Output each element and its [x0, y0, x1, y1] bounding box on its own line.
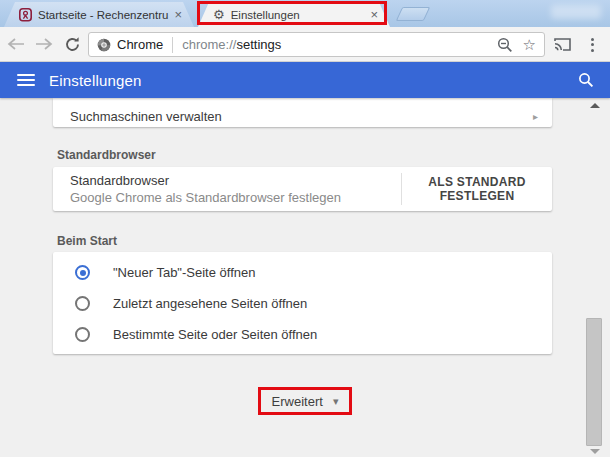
startup-option-new-tab[interactable]: "Neuer Tab"-Seite öffnen [53, 257, 552, 288]
scroll-down-arrow-icon[interactable] [590, 449, 600, 454]
tab-title: Startseite - Rechenzentru [38, 9, 170, 21]
radio-button[interactable] [75, 296, 90, 311]
tab-close-icon[interactable]: × [370, 8, 378, 21]
origin-chip: Chrome [117, 37, 163, 52]
row-label: Suchmaschinen verwalten [70, 109, 533, 124]
url-path: settings [236, 37, 281, 52]
advanced-button[interactable]: Erweitert ▾ [258, 387, 352, 415]
blurred-area [551, 5, 601, 19]
new-tab-button[interactable] [396, 7, 431, 21]
section-label-on-startup: Beim Start [57, 234, 117, 248]
set-as-default-button[interactable]: ALS STANDARD FESTLEGEN [402, 167, 552, 211]
tab-startseite[interactable]: Startseite - Rechenzentru × [4, 2, 194, 27]
scrollbar-thumb[interactable] [586, 318, 602, 446]
address-bar[interactable]: Chrome chrome://settings ☆ [88, 32, 545, 57]
tab-title: Einstellungen [231, 9, 367, 21]
browser-toolbar: Chrome chrome://settings ☆ [0, 27, 610, 62]
on-startup-card: "Neuer Tab"-Seite öffnen Zuletzt angeseh… [53, 252, 552, 354]
back-arrow-icon [7, 38, 25, 50]
scroll-up-arrow-icon[interactable] [590, 103, 600, 108]
hamburger-menu-icon[interactable] [17, 74, 35, 86]
radio-button[interactable] [75, 327, 90, 342]
tab-close-icon[interactable]: × [174, 8, 182, 21]
row-subtitle: Google Chrome als Standardbrowser festle… [70, 190, 401, 205]
settings-title: Einstellungen [49, 72, 142, 89]
university-crest-favicon [19, 8, 32, 22]
default-browser-card: Standardbrowser Google Chrome als Standa… [53, 167, 552, 211]
reload-button[interactable] [60, 32, 84, 56]
menu-kebab-icon[interactable] [582, 38, 602, 52]
radio-label: Zuletzt angesehene Seiten öffnen [113, 296, 307, 311]
search-icon[interactable] [578, 72, 594, 88]
browser-window: Startseite - Rechenzentru × ⚙ Einstellun… [0, 0, 610, 457]
manage-search-engines-row[interactable]: Suchmaschinen verwalten ▸ [53, 98, 552, 127]
caret-down-icon: ▾ [333, 395, 339, 408]
settings-content: Suchmaschinen verwalten ▸ Standardbrowse… [0, 98, 610, 457]
tab-einstellungen[interactable]: ⚙ Einstellungen × [198, 2, 390, 27]
forward-arrow-icon [35, 38, 53, 50]
reload-icon [64, 36, 81, 53]
startup-option-continue[interactable]: Zuletzt angesehene Seiten öffnen [53, 288, 552, 319]
cast-icon[interactable] [553, 37, 572, 52]
radio-label: Bestimmte Seite oder Seiten öffnen [113, 327, 317, 342]
radio-label: "Neuer Tab"-Seite öffnen [113, 265, 255, 280]
forward-button[interactable] [32, 32, 56, 56]
row-title: Standardbrowser [70, 173, 401, 188]
advanced-label: Erweitert [272, 394, 323, 409]
section-label-default-browser: Standardbrowser [57, 148, 156, 162]
zoom-out-icon[interactable] [497, 37, 513, 53]
chrome-logo-icon [97, 38, 111, 52]
url-scheme: chrome:// [182, 37, 236, 52]
default-browser-row: Standardbrowser Google Chrome als Standa… [53, 167, 401, 211]
settings-header: Einstellungen [0, 62, 610, 98]
bookmark-star-icon[interactable]: ☆ [523, 37, 536, 52]
gear-icon: ⚙ [213, 7, 225, 22]
chevron-right-icon: ▸ [533, 111, 538, 122]
radio-button[interactable] [75, 265, 90, 280]
omnibox-divider [172, 37, 173, 53]
tab-strip: Startseite - Rechenzentru × ⚙ Einstellun… [0, 0, 610, 27]
startup-option-specific-pages[interactable]: Bestimmte Seite oder Seiten öffnen [53, 319, 552, 350]
page-scrollbar[interactable] [584, 98, 605, 457]
back-button[interactable] [4, 32, 28, 56]
